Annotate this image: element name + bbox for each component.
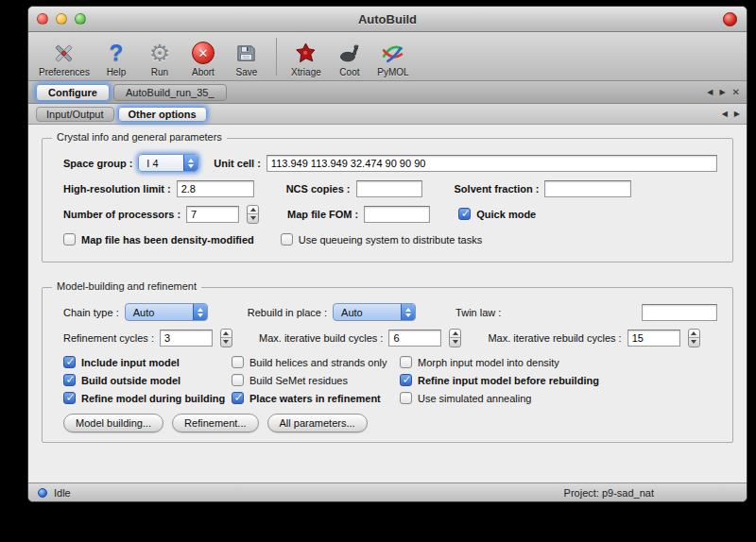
refinement-cycles-stepper[interactable]: [220, 329, 232, 347]
refinement-button[interactable]: Refinement...: [172, 414, 258, 432]
checkbox-box[interactable]: [281, 233, 293, 246]
checkbox-box[interactable]: [400, 374, 412, 386]
options-tab-navigation: ◀ ▶: [722, 104, 740, 124]
build-semet-checkbox[interactable]: Build SeMet residues: [232, 374, 400, 386]
toolbar-button-run[interactable]: Run: [138, 34, 181, 79]
checkbox-label: Use simulated annealing: [418, 393, 531, 404]
stepper-down-icon[interactable]: [248, 214, 258, 223]
tab-autobuild-run-35[interactable]: AutoBuild_run_35_: [113, 84, 227, 101]
toolbar-label: Preferences: [39, 67, 90, 77]
checkbox-box[interactable]: [232, 392, 244, 404]
options-scroll-left-icon[interactable]: ◀: [722, 110, 728, 118]
stepper-up-icon[interactable]: [248, 206, 258, 215]
toolbar-button-abort[interactable]: Abort: [181, 34, 225, 79]
close-window-button[interactable]: [37, 13, 48, 25]
checkbox-box[interactable]: [63, 233, 76, 246]
twin-law-input[interactable]: [642, 304, 717, 321]
density-modified-checkbox[interactable]: Map file has been density-modified: [63, 233, 254, 246]
checkbox-box[interactable]: [232, 356, 244, 368]
queueing-checkbox[interactable]: Use queueing system to distribute tasks: [281, 233, 482, 246]
max-rebuild-cycles-label: Max. iterative rebuild cycles :: [488, 332, 621, 344]
help-icon: [110, 40, 124, 66]
density-modified-label: Map file has been density-modified: [81, 234, 254, 246]
section-title: Model-building and refinement: [52, 280, 201, 292]
checkbox-box[interactable]: [63, 392, 76, 404]
tab-scroll-right-icon[interactable]: ▶: [719, 89, 725, 96]
stepper-up-icon[interactable]: [689, 330, 699, 339]
status-indicator-icon: [38, 488, 47, 498]
refine-input-model-checkbox[interactable]: Refine input model before rebuilding: [400, 374, 723, 386]
max-rebuild-cycles-input[interactable]: [627, 330, 680, 347]
tab-other-options[interactable]: Other options: [118, 107, 207, 122]
max-build-cycles-stepper[interactable]: [449, 329, 461, 347]
morph-input-model-checkbox[interactable]: Morph input model into density: [400, 356, 723, 368]
screen-background: AutoBuild Preferences Help: [0, 0, 756, 542]
tab-scroll-left-icon[interactable]: ◀: [707, 89, 713, 96]
map-fom-input[interactable]: [364, 206, 430, 223]
all-parameters-button[interactable]: All parameters...: [267, 414, 368, 432]
place-waters-checkbox[interactable]: Place waters in refinement: [232, 392, 400, 404]
tab-label: Configure: [48, 87, 97, 98]
num-processors-stepper[interactable]: [247, 205, 259, 224]
toolbar-label: Save: [236, 67, 258, 77]
toolbar-button-preferences[interactable]: Preferences: [34, 34, 94, 79]
toolbar-button-xtriage[interactable]: Xtriage: [284, 34, 328, 79]
include-input-model-checkbox[interactable]: Include input model: [63, 356, 232, 368]
ncs-copies-label: NCS copies :: [286, 183, 351, 195]
stepper-down-icon[interactable]: [221, 338, 232, 347]
stepper-up-icon[interactable]: [450, 330, 460, 339]
pymol-icon: [381, 40, 404, 66]
zoom-window-button[interactable]: [75, 13, 86, 25]
checkbox-box[interactable]: [458, 208, 471, 220]
space-group-select[interactable]: I 4: [138, 154, 198, 172]
refinement-cycles-input[interactable]: [160, 330, 213, 347]
form-row: Chain type : Auto Rebuild in place : Aut…: [52, 299, 723, 325]
stepper-down-icon[interactable]: [450, 338, 460, 347]
unit-cell-input[interactable]: [266, 155, 717, 172]
stepper-down-icon[interactable]: [689, 338, 699, 347]
toolbar-button-help[interactable]: Help: [94, 34, 138, 79]
stepper-up-icon[interactable]: [221, 330, 232, 339]
coot-icon: [337, 40, 361, 66]
model-building-button[interactable]: Model building...: [63, 414, 163, 432]
tab-close-icon[interactable]: ✕: [732, 88, 740, 97]
toolbar-label: Abort: [192, 67, 215, 77]
build-helices-strands-checkbox[interactable]: Build helices and strands only: [232, 356, 400, 368]
high-res-input[interactable]: [177, 180, 254, 197]
checkbox-label: Refine model during building: [81, 393, 225, 404]
num-processors-input[interactable]: [186, 206, 239, 223]
checkbox-box[interactable]: [63, 374, 76, 386]
ncs-copies-input[interactable]: [356, 180, 422, 197]
checkbox-label: Refine input model before rebuilding: [418, 375, 599, 386]
rebuild-in-place-select[interactable]: Auto: [333, 303, 416, 321]
chevron-up-down-icon: [183, 155, 198, 171]
traffic-lights: [37, 13, 86, 25]
chain-type-select[interactable]: Auto: [125, 303, 208, 321]
tab-navigation: ◀ ▶ ✕: [707, 81, 740, 103]
form-row: Number of processors : Map file FOM :: [52, 201, 723, 227]
tab-input-output[interactable]: Input/Output: [36, 107, 114, 122]
abort-icon: [192, 40, 215, 66]
checkbox-label: Morph input model into density: [418, 357, 559, 368]
max-rebuild-cycles-stepper[interactable]: [688, 329, 700, 347]
options-scroll-right-icon[interactable]: ▶: [734, 110, 740, 118]
checkbox-box[interactable]: [400, 356, 412, 368]
quick-mode-checkbox[interactable]: Quick mode: [458, 208, 536, 220]
checkbox-box[interactable]: [63, 356, 76, 368]
solvent-fraction-input[interactable]: [544, 180, 631, 197]
toolbar-button-pymol[interactable]: PyMOL: [371, 34, 415, 79]
max-build-cycles-input[interactable]: [388, 330, 441, 347]
checkbox-box[interactable]: [400, 392, 412, 404]
titlebar-red-icon[interactable]: [723, 12, 737, 26]
toolbar-button-save[interactable]: Save: [225, 34, 268, 79]
simulated-annealing-checkbox[interactable]: Use simulated annealing: [400, 392, 723, 404]
minimize-window-button[interactable]: [56, 13, 67, 25]
status-text: Idle: [54, 487, 71, 499]
checkbox-label: Build outside model: [81, 375, 180, 386]
toolbar-button-coot[interactable]: Coot: [328, 34, 371, 79]
refine-during-building-checkbox[interactable]: Refine model during building: [63, 392, 232, 404]
toolbar-label: Xtriage: [291, 67, 321, 77]
checkbox-box[interactable]: [232, 374, 244, 386]
build-outside-model-checkbox[interactable]: Build outside model: [63, 374, 232, 386]
tab-configure[interactable]: Configure: [36, 84, 110, 101]
